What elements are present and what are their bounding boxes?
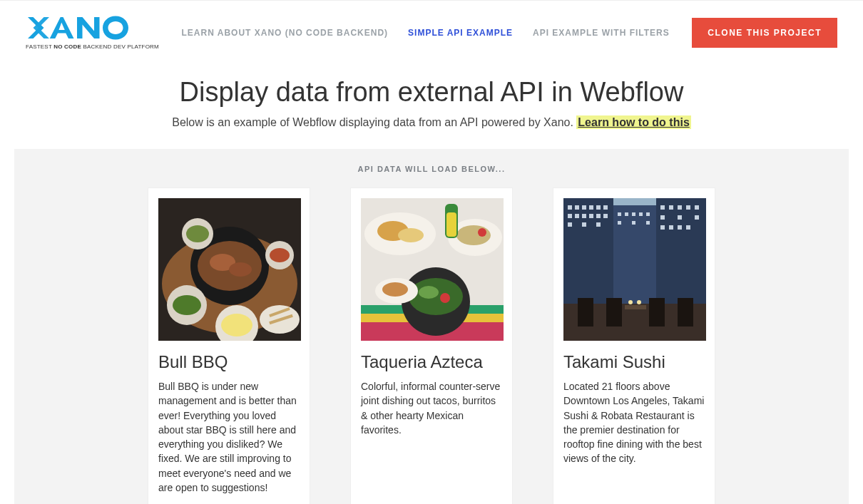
card-image (563, 198, 706, 341)
svg-rect-43 (596, 205, 601, 210)
svg-point-7 (186, 225, 209, 242)
xano-logo-icon (26, 15, 143, 41)
card-desc: Colorful, informal counter-serve joint d… (361, 379, 502, 437)
nav-simple-api[interactable]: SIMPLE API EXAMPLE (408, 28, 513, 38)
svg-point-26 (478, 228, 486, 237)
svg-rect-66 (695, 205, 699, 210)
card-title: Takami Sushi (563, 352, 705, 372)
svg-rect-65 (686, 205, 690, 210)
svg-rect-58 (646, 212, 650, 216)
svg-rect-54 (618, 212, 621, 216)
svg-rect-51 (568, 222, 572, 227)
svg-rect-62 (660, 205, 665, 210)
svg-rect-41 (582, 205, 586, 210)
svg-point-25 (456, 225, 491, 245)
svg-point-11 (221, 314, 252, 336)
svg-rect-46 (575, 214, 579, 218)
svg-point-81 (637, 300, 641, 304)
svg-rect-40 (575, 205, 579, 210)
learn-how-link[interactable]: Learn how to do this (576, 115, 690, 129)
topbar: FASTEST NO CODE BACKEND DEV PLATFORM LEA… (0, 0, 863, 64)
page-title: Display data from external API in Webflo… (14, 77, 849, 108)
restaurant-card: Taqueria Azteca Colorful, informal count… (350, 187, 513, 504)
svg-rect-60 (632, 221, 635, 225)
svg-rect-47 (582, 214, 586, 218)
svg-rect-50 (603, 214, 608, 218)
nav-api-filters[interactable]: API EXAMPLE WITH FILTERS (533, 28, 670, 38)
svg-rect-53 (596, 222, 601, 227)
svg-point-31 (419, 286, 439, 299)
svg-rect-28 (446, 212, 456, 237)
svg-rect-52 (582, 222, 586, 227)
svg-rect-77 (649, 298, 665, 326)
main-nav: LEARN ABOUT XANO (NO CODE BACKEND) SIMPL… (182, 28, 670, 38)
svg-rect-57 (639, 212, 643, 216)
card-image (158, 198, 301, 341)
svg-rect-76 (606, 298, 622, 326)
api-content-section: API DATA WILL LOAD BELOW... (14, 149, 849, 504)
svg-rect-69 (695, 215, 699, 220)
svg-rect-48 (589, 214, 593, 218)
card-desc: Bull BBQ is under new management and is … (158, 379, 300, 495)
cards-grid: Bull BBQ Bull BBQ is under new managemen… (14, 187, 849, 504)
svg-point-80 (628, 300, 633, 304)
svg-rect-45 (568, 214, 572, 218)
svg-rect-68 (678, 215, 682, 220)
svg-rect-72 (678, 225, 682, 230)
svg-rect-56 (632, 212, 635, 216)
page-intro: Below is an example of Webflow displayin… (14, 116, 849, 129)
nav-learn-about[interactable]: LEARN ABOUT XANO (NO CODE BACKEND) (182, 28, 389, 38)
svg-rect-38 (656, 198, 706, 305)
svg-rect-59 (618, 221, 621, 225)
hero: Display data from external API in Webflo… (0, 64, 863, 149)
card-desc: Located 21 floors above Downtown Los Ang… (563, 379, 705, 466)
svg-point-9 (173, 295, 201, 315)
svg-rect-70 (660, 225, 665, 230)
svg-rect-73 (686, 225, 690, 230)
brand-tagline: FASTEST NO CODE BACKEND DEV PLATFORM (26, 43, 159, 50)
brand-logo[interactable]: FASTEST NO CODE BACKEND DEV PLATFORM (26, 15, 159, 50)
svg-rect-42 (589, 205, 593, 210)
restaurant-card: Takami Sushi Located 21 floors above Dow… (553, 187, 715, 504)
svg-rect-39 (568, 205, 572, 210)
svg-rect-37 (613, 205, 656, 305)
svg-rect-64 (678, 205, 682, 210)
card-title: Bull BBQ (158, 352, 300, 372)
card-title: Taqueria Azteca (361, 352, 502, 372)
svg-rect-67 (660, 215, 665, 220)
svg-rect-71 (669, 225, 673, 230)
svg-rect-49 (596, 214, 601, 218)
svg-rect-44 (603, 205, 608, 210)
svg-rect-63 (669, 205, 673, 210)
svg-point-5 (229, 262, 252, 277)
restaurant-card: Bull BBQ Bull BBQ is under new managemen… (148, 187, 310, 504)
svg-point-16 (270, 248, 290, 262)
svg-point-23 (398, 228, 424, 242)
svg-rect-75 (578, 298, 593, 326)
svg-rect-78 (678, 298, 693, 326)
svg-rect-61 (646, 221, 650, 225)
svg-rect-55 (625, 212, 628, 216)
card-image (361, 198, 504, 341)
svg-point-34 (382, 282, 408, 297)
svg-point-32 (440, 293, 450, 303)
section-subhead: API DATA WILL LOAD BELOW... (14, 165, 849, 173)
svg-rect-79 (625, 305, 646, 309)
clone-project-button[interactable]: CLONE THIS PROJECT (692, 18, 837, 48)
